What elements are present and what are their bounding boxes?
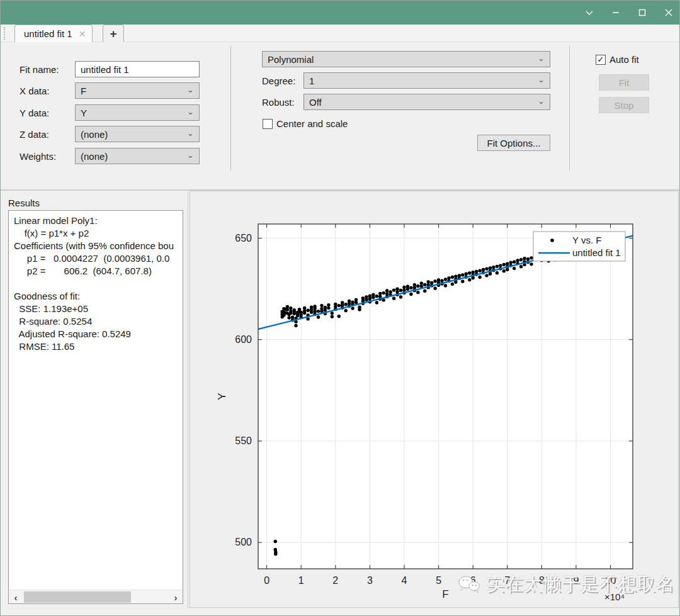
window-controls [584, 1, 674, 25]
results-box: Linear model Poly1: f(x) = p1*x + p2Coef… [8, 210, 183, 604]
auto-fit-row: ✓ Auto fit [596, 54, 639, 65]
tab-grip-handle[interactable] [4, 27, 6, 40]
svg-text:0: 0 [264, 575, 269, 586]
svg-text:4: 4 [402, 575, 407, 586]
svg-text:6: 6 [470, 575, 476, 586]
results-text: Linear model Poly1: f(x) = p1*x + p2Coef… [9, 215, 183, 588]
fit-type-dropdown[interactable]: Polynomial ⌄ [262, 51, 550, 67]
chevron-down-icon: ⌄ [187, 107, 194, 116]
y-data-dropdown[interactable]: Y ⌄ [75, 104, 200, 121]
bottom-area: Results Linear model Poly1: f(x) = p1*x … [1, 191, 679, 616]
weights-label: Weights: [20, 151, 56, 162]
x-data-label: X data: [20, 86, 50, 96]
titlebar [1, 1, 679, 25]
results-line: Linear model Poly1: [14, 215, 183, 227]
svg-text:3: 3 [367, 575, 373, 586]
scroll-right-icon[interactable]: › [169, 590, 183, 604]
stop-button[interactable]: Stop [599, 97, 649, 113]
weights-value: (none) [81, 151, 184, 162]
results-line: p2 = 606.2 (604.7, 607.8) [14, 265, 183, 277]
y-axis-label: Y [216, 393, 228, 400]
results-line: Coefficients (with 95% confidence bou [14, 240, 183, 252]
auto-fit-checkbox[interactable]: ✓ [596, 55, 606, 65]
results-line: Goodness of fit: [14, 290, 183, 303]
plot-panel: 012345678910500550600650F×10⁴YY vs. Funt… [190, 191, 679, 608]
results-line: SSE: 1.193e+05 [14, 303, 183, 315]
chevron-down-icon: ⌄ [538, 75, 545, 84]
svg-text:1: 1 [298, 575, 304, 586]
z-data-value: (none) [81, 129, 184, 140]
results-title: Results [8, 198, 40, 208]
fit-options-button[interactable]: Fit Options... [477, 135, 550, 151]
svg-text:8: 8 [539, 575, 545, 586]
close-icon[interactable] [663, 7, 674, 18]
z-data-dropdown[interactable]: (none) ⌄ [75, 126, 200, 142]
svg-text:2: 2 [332, 575, 338, 586]
auto-fit-label: Auto fit [609, 54, 639, 65]
fit-name-value: untitled fit 1 [81, 64, 129, 75]
results-line: f(x) = p1*x + p2 [14, 227, 183, 240]
degree-dropdown[interactable]: 1 ⌄ [303, 72, 550, 89]
fit-button[interactable]: Fit [599, 74, 649, 91]
tab-close-icon[interactable]: ✕ [79, 30, 86, 38]
scrollbar-thumb[interactable] [24, 591, 131, 603]
maximize-icon[interactable] [637, 7, 648, 18]
new-tab-button[interactable]: + [103, 25, 124, 42]
degree-label: Degree: [262, 76, 295, 86]
results-line: R-square: 0.5254 [14, 315, 183, 328]
fit-plot: 012345678910500550600650F×10⁴YY vs. Funt… [190, 191, 679, 607]
weights-dropdown[interactable]: (none) ⌄ [75, 148, 200, 164]
robust-label: Robust: [262, 97, 295, 108]
chevron-down-icon: ⌄ [187, 85, 194, 94]
degree-value: 1 [309, 76, 535, 86]
svg-text:7: 7 [504, 575, 510, 586]
x-scale-label: ×10⁴ [604, 591, 625, 602]
cftool-window: untitled fit 1 ✕ + Fit name: untitled fi… [0, 0, 680, 616]
y-data-value: Y [81, 108, 184, 118]
x-data-dropdown[interactable]: F ⌄ [75, 82, 200, 99]
scroll-left-icon[interactable]: ‹ [9, 590, 23, 604]
results-line: p1 = 0.0004227 (0.0003961, 0.0 [14, 252, 183, 265]
robust-dropdown[interactable]: Off ⌄ [303, 94, 550, 110]
results-line [14, 277, 183, 290]
fit-setup-panel: Fit name: untitled fit 1 X data: F ⌄ Y d… [1, 42, 679, 191]
chevron-down-icon[interactable] [584, 7, 595, 18]
results-line: Adjusted R-square: 0.5249 [14, 328, 183, 340]
tab-bar: untitled fit 1 ✕ + [1, 25, 679, 42]
svg-text:untitled fit 1: untitled fit 1 [572, 247, 621, 258]
chevron-down-icon: ⌄ [187, 128, 194, 138]
center-and-scale-row: Center and scale [263, 118, 348, 129]
chevron-down-icon: ⌄ [538, 96, 545, 106]
svg-text:Y vs. F: Y vs. F [572, 235, 601, 245]
svg-text:10: 10 [605, 575, 616, 586]
fit-type-value: Polynomial [268, 54, 535, 65]
x-axis-label: F [442, 588, 448, 600]
minimize-icon[interactable] [610, 7, 621, 18]
tab-untitled-fit-1[interactable]: untitled fit 1 ✕ [14, 25, 93, 42]
svg-text:550: 550 [235, 435, 252, 446]
svg-text:600: 600 [235, 334, 252, 345]
divider [569, 46, 570, 171]
center-and-scale-label: Center and scale [276, 118, 348, 129]
robust-value: Off [309, 97, 535, 108]
svg-text:500: 500 [235, 537, 252, 547]
svg-text:5: 5 [436, 575, 441, 586]
fit-name-input[interactable]: untitled fit 1 [75, 61, 200, 77]
y-data-label: Y data: [20, 108, 49, 118]
svg-text:650: 650 [235, 233, 252, 244]
tab-label: untitled fit 1 [24, 28, 72, 39]
center-and-scale-checkbox[interactable] [263, 119, 273, 129]
chevron-down-icon: ⌄ [538, 53, 545, 63]
fit-name-label: Fit name: [20, 64, 59, 75]
svg-text:9: 9 [573, 575, 579, 586]
results-horizontal-scrollbar[interactable]: ‹ › [9, 590, 183, 603]
divider [230, 46, 231, 171]
results-panel: Results Linear model Poly1: f(x) = p1*x … [3, 193, 188, 608]
x-data-value: F [81, 86, 184, 96]
legend: Y vs. Funtitled fit 1 [533, 232, 625, 261]
results-line: RMSE: 11.65 [14, 340, 183, 353]
chevron-down-icon: ⌄ [187, 150, 194, 160]
z-data-label: Z data: [20, 129, 49, 140]
